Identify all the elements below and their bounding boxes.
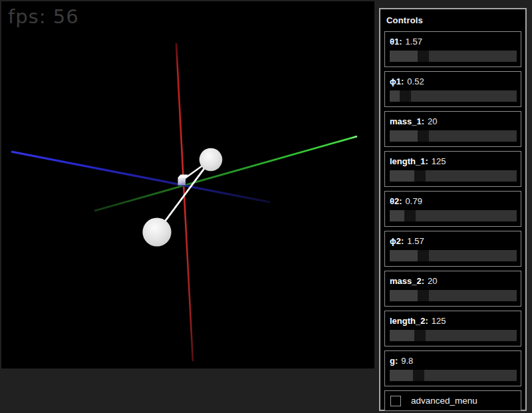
slider-theta2: θ2:0.79 bbox=[384, 191, 521, 227]
slider-mass2: mass_2:20 bbox=[384, 271, 521, 307]
slider-mass2-fill bbox=[390, 290, 418, 301]
slider-length1-track[interactable] bbox=[390, 170, 517, 182]
origin-pivot-cube bbox=[178, 175, 189, 186]
slider-theta2-fill bbox=[390, 210, 404, 221]
slider-theta1: θ1:1.57 bbox=[384, 31, 521, 67]
slider-mass1-fill bbox=[390, 130, 418, 142]
slider-length1-value: 125 bbox=[432, 156, 446, 166]
slider-g-readout: g:9.8 bbox=[390, 356, 517, 366]
slider-theta1-label: θ1: bbox=[390, 37, 402, 47]
slider-mass2-label: mass_2: bbox=[390, 276, 424, 286]
slider-phi2-label: ϕ2: bbox=[390, 236, 404, 246]
slider-theta2-readout: θ2:0.79 bbox=[390, 196, 517, 206]
slider-mass2-handle[interactable] bbox=[418, 290, 429, 301]
slider-g-value: 9.8 bbox=[401, 356, 413, 366]
advanced-menu-label: advanced_menu bbox=[411, 396, 477, 406]
z-axis-line-blue bbox=[11, 152, 270, 202]
slider-theta1-value: 1.57 bbox=[406, 37, 422, 47]
slider-phi1-track[interactable] bbox=[390, 90, 517, 102]
slider-g-handle[interactable] bbox=[413, 370, 424, 381]
slider-phi1-readout: ϕ1:0.52 bbox=[390, 76, 517, 86]
slider-length1: length_1:125 bbox=[384, 151, 521, 187]
slider-mass2-readout: mass_2:20 bbox=[390, 276, 517, 286]
slider-theta2-label: θ2: bbox=[390, 196, 402, 206]
slider-theta2-value: 0.79 bbox=[406, 196, 422, 206]
simulation-canvas[interactable]: fps: 56 bbox=[1, 1, 374, 368]
slider-mass2-track[interactable] bbox=[390, 290, 517, 301]
slider-mass1-label: mass_1: bbox=[390, 116, 424, 126]
app-window: fps: 56 Controls θ1:1.57 ϕ1:0.52 ma bbox=[0, 0, 532, 413]
slider-phi1-handle[interactable] bbox=[400, 90, 411, 102]
slider-theta1-track[interactable] bbox=[390, 51, 517, 62]
slider-mass1-handle[interactable] bbox=[418, 130, 429, 142]
slider-phi2-readout: ϕ2:1.57 bbox=[390, 236, 517, 246]
slider-phi2: ϕ2:1.57 bbox=[384, 231, 521, 267]
slider-length2-readout: length_2:125 bbox=[390, 316, 517, 326]
slider-theta2-handle[interactable] bbox=[404, 210, 416, 221]
slider-length2: length_2:125 bbox=[384, 311, 521, 346]
slider-phi1-fill bbox=[390, 90, 400, 102]
slider-length2-value: 125 bbox=[432, 316, 446, 326]
slider-phi1: ϕ1:0.52 bbox=[384, 71, 521, 107]
slider-length1-handle[interactable] bbox=[414, 170, 426, 182]
slider-length2-fill bbox=[390, 330, 414, 341]
slider-theta1-handle[interactable] bbox=[418, 51, 429, 62]
slider-mass1-readout: mass_1:20 bbox=[390, 116, 517, 126]
slider-length1-label: length_1: bbox=[390, 156, 428, 166]
slider-length2-label: length_2: bbox=[390, 316, 428, 326]
controls-panel-title: Controls bbox=[386, 15, 521, 25]
slider-phi2-value: 1.57 bbox=[407, 236, 424, 246]
slider-length1-fill bbox=[390, 170, 414, 182]
fps-counter: fps: 56 bbox=[8, 5, 79, 28]
slider-g-fill bbox=[390, 370, 413, 381]
controls-panel: Controls θ1:1.57 ϕ1:0.52 mass_1:20 bbox=[379, 8, 527, 411]
slider-mass1-value: 20 bbox=[428, 116, 437, 126]
slider-g-label: g: bbox=[390, 356, 398, 366]
pendulum-scene bbox=[1, 1, 374, 368]
advanced-menu-checkbox[interactable] bbox=[390, 396, 401, 406]
slider-mass2-value: 20 bbox=[428, 276, 437, 286]
slider-g: g:9.8 bbox=[384, 350, 521, 386]
slider-phi1-label: ϕ1: bbox=[390, 76, 404, 86]
slider-phi2-track[interactable] bbox=[390, 250, 517, 261]
pendulum-bob-1 bbox=[200, 148, 223, 172]
slider-theta2-track[interactable] bbox=[390, 210, 517, 221]
slider-length2-handle[interactable] bbox=[414, 330, 426, 341]
advanced-menu-row[interactable]: advanced_menu bbox=[384, 390, 521, 411]
slider-mass1-track[interactable] bbox=[390, 130, 517, 142]
slider-theta1-fill bbox=[390, 51, 418, 62]
slider-length2-track[interactable] bbox=[390, 330, 517, 341]
slider-g-track[interactable] bbox=[390, 370, 517, 381]
slider-theta1-readout: θ1:1.57 bbox=[390, 37, 517, 47]
slider-phi1-value: 0.52 bbox=[407, 76, 424, 86]
x-axis-line-green bbox=[94, 136, 357, 211]
slider-phi2-handle[interactable] bbox=[418, 250, 429, 261]
slider-mass1: mass_1:20 bbox=[384, 111, 521, 147]
slider-length1-readout: length_1:125 bbox=[390, 156, 517, 166]
pendulum-bob-2 bbox=[142, 217, 171, 246]
slider-phi2-fill bbox=[390, 250, 418, 261]
